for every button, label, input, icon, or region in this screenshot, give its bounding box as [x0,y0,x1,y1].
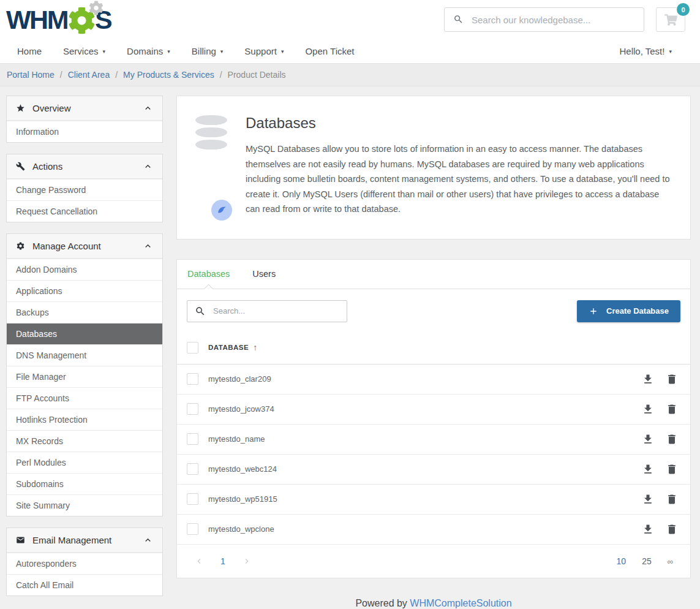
panel-manage-account: Manage Account Addon Domains Application… [6,233,163,516]
breadcrumb-client-area[interactable]: Client Area [68,70,110,80]
database-name: mytestdo_webc124 [208,464,277,474]
panel-header-actions[interactable]: Actions [7,154,162,179]
breadcrumb-portal-home[interactable]: Portal Home [7,70,55,80]
sidebar-item-databases[interactable]: Databases [7,323,162,344]
download-icon[interactable] [642,493,654,505]
row-checkbox[interactable] [187,463,198,475]
sidebar-item-catch-all-email[interactable]: Catch All Email [7,574,162,596]
whmcompletesolution-link[interactable]: WHMCompleteSolution [410,598,511,608]
download-icon[interactable] [642,463,654,475]
sort-asc-icon[interactable]: ↑ [253,342,257,352]
sidebar-item-dns-management[interactable]: DNS Management [7,344,162,366]
star-icon [16,104,25,113]
chevron-right-icon[interactable] [242,556,252,566]
nav-item-domains[interactable]: Domains▾ [127,46,170,56]
trash-icon[interactable] [666,493,678,505]
caret-down-icon: ▾ [669,48,672,55]
database-name: mytestdo_clar209 [208,374,271,384]
caret-down-icon: ▾ [220,48,224,55]
intro-card: Databases MySQL Databases allow you to s… [176,96,691,240]
sidebar-item-subdomains[interactable]: Subdomains [7,473,162,494]
table-row: mytestdo_wpclone [177,515,690,545]
sidebar-item-applications[interactable]: Applications [7,280,162,301]
create-database-button[interactable]: Create Database [577,300,680,322]
logo-gears [68,6,96,34]
sidebar-item-perl-modules[interactable]: Perl Modules [7,452,162,473]
tab-databases[interactable]: Databases [187,260,230,289]
download-icon[interactable] [642,403,654,415]
table-search-input[interactable] [187,300,347,322]
nav-item-open-ticket[interactable]: Open Ticket [305,46,354,56]
intro-text: Databases MySQL Databases allow you to s… [246,112,673,217]
sidebar-item-addon-domains[interactable]: Addon Domains [7,259,162,280]
plus-icon [589,306,598,316]
row-checkbox[interactable] [187,433,198,445]
sidebar-item-file-manager[interactable]: File Manager [7,366,162,387]
page-title: Databases [246,115,673,132]
download-icon[interactable] [642,433,654,445]
nav-item-support[interactable]: Support▾ [244,46,284,56]
page-description: MySQL Databases allow you to store lots … [246,142,673,217]
nav-item-billing[interactable]: Billing▾ [192,46,224,56]
breadcrumb-my-products[interactable]: My Products & Services [123,70,214,80]
main-column: Databases MySQL Databases allow you to s… [176,96,691,609]
panel-overview: Overview Information [6,96,163,143]
gear-icon [89,1,103,15]
mysql-badge-icon [211,200,232,221]
footer: Powered by WHMCompleteSolution [176,598,691,609]
cart-icon [664,14,677,26]
breadcrumb-current: Product Details [228,70,286,80]
column-header-database[interactable]: DATABASE [208,344,249,351]
trash-icon[interactable] [666,523,678,535]
sidebar-item-request-cancellation[interactable]: Request Cancellation [7,200,162,222]
sidebar-item-site-summary[interactable]: Site Summary [7,494,162,516]
nav-item-home[interactable]: Home [17,46,42,56]
wrench-icon [16,162,25,171]
sidebar-item-change-password[interactable]: Change Password [7,179,162,200]
sidebar-item-backups[interactable]: Backups [7,301,162,323]
page-size-10[interactable]: 10 [617,556,627,566]
panel-header-manage-account[interactable]: Manage Account [7,234,162,259]
page-size-unlimited[interactable]: ∞ [668,557,673,566]
sidebar-item-mx-records[interactable]: MX Records [7,430,162,452]
page-content: Overview Information Actions Change Pass… [0,86,700,609]
trash-icon[interactable] [666,373,678,385]
cart-count-badge: 0 [677,3,690,16]
select-all-checkbox[interactable] [187,342,198,354]
row-checkbox[interactable] [187,403,198,415]
nav-item-services[interactable]: Services▾ [63,46,105,56]
database-name: mytestdo_wpclone [208,524,274,534]
breadcrumb-separator: / [60,70,62,80]
panel-actions: Actions Change Password Request Cancella… [6,154,163,222]
page-number-1[interactable]: 1 [220,556,225,566]
chevron-up-icon [143,535,153,545]
chevron-left-icon[interactable] [194,556,204,566]
table-row: mytestdo_name [177,425,690,455]
table-toolbar: Create Database [177,289,690,333]
download-icon[interactable] [642,523,654,535]
sidebar-item-information[interactable]: Information [7,121,162,142]
whmcs-logo[interactable]: WHM S [6,6,111,34]
breadcrumb: Portal Home / Client Area / My Products … [0,63,700,86]
envelope-icon [16,535,25,545]
sidebar-item-hotlinks-protection[interactable]: Hotlinks Protection [7,409,162,430]
user-menu[interactable]: Hello, Test!▾ [620,46,672,56]
breadcrumb-separator: / [115,70,118,80]
panel-header-overview[interactable]: Overview [7,96,162,121]
caret-down-icon: ▾ [281,48,284,55]
panel-header-email-management[interactable]: Email Management [7,528,162,553]
row-checkbox[interactable] [187,373,198,385]
row-checkbox[interactable] [187,493,198,505]
tab-users[interactable]: Users [252,260,276,289]
sidebar-item-autoresponders[interactable]: Autoresponders [7,553,162,574]
download-icon[interactable] [642,373,654,385]
page-size-25[interactable]: 25 [642,556,652,566]
row-checkbox[interactable] [187,523,198,535]
knowledgebase-search-input[interactable] [444,7,644,32]
trash-icon[interactable] [666,463,678,475]
search-icon [195,306,206,317]
cart-button[interactable]: 0 [656,7,685,32]
trash-icon[interactable] [666,403,678,415]
sidebar-item-ftp-accounts[interactable]: FTP Accounts [7,387,162,409]
trash-icon[interactable] [666,433,678,445]
